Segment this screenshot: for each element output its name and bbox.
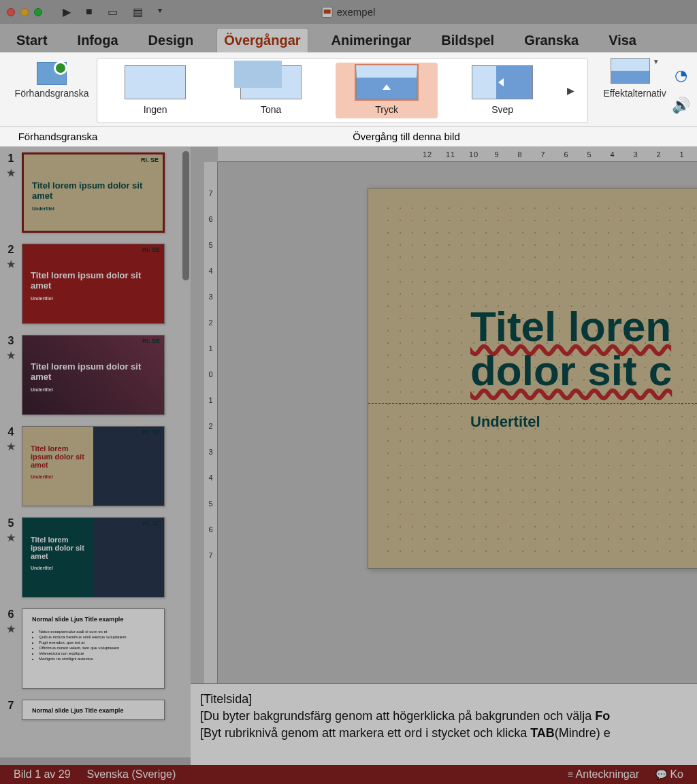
notes-toggle[interactable]: ≡ Anteckningar bbox=[568, 768, 639, 781]
ruler-tick: 1 bbox=[208, 344, 212, 353]
transition-none[interactable]: Ingen bbox=[104, 65, 206, 116]
bullet: Modignis ne similigni autectus bbox=[39, 657, 126, 661]
transition-wipe[interactable]: Svep bbox=[451, 65, 553, 116]
tab-visa[interactable]: Visa bbox=[602, 29, 643, 52]
window-minimize[interactable] bbox=[20, 8, 29, 16]
ruler-tick: 12 bbox=[417, 150, 438, 159]
duration-icon[interactable]: ◔ bbox=[675, 67, 687, 84]
preview-button[interactable] bbox=[37, 62, 67, 85]
thumb-number: 5 bbox=[8, 517, 14, 529]
thumb-number: 1 bbox=[8, 152, 14, 165]
ruler-tick: 2 bbox=[208, 318, 212, 327]
effect-options-button[interactable] bbox=[611, 58, 650, 84]
horizontal-ruler[interactable]: 12 11 10 9 8 7 6 5 4 3 2 1 bbox=[218, 147, 697, 162]
tab-animeringar[interactable]: Animeringar bbox=[325, 29, 419, 52]
transition-star-icon: ★ bbox=[7, 167, 16, 178]
status-slide-number[interactable]: Bild 1 av 29 bbox=[14, 768, 71, 781]
overflow-icon[interactable]: ▾ bbox=[158, 5, 162, 18]
ruler-tick: 5 bbox=[208, 241, 212, 249]
slide-title: Titel lorem ipsum dolor sit amet bbox=[31, 270, 164, 291]
ruler-tick: 2 bbox=[208, 422, 212, 430]
transition-fade[interactable]: Tona bbox=[220, 65, 322, 116]
thumb-number: 4 bbox=[8, 426, 14, 438]
sound-icon[interactable]: 🔊 bbox=[672, 97, 690, 114]
gallery-more-icon[interactable]: ▶ bbox=[567, 85, 581, 96]
transition-star-icon: ★ bbox=[7, 259, 16, 270]
slide-title-text[interactable]: Titel loren dolor sit c bbox=[470, 304, 672, 393]
tab-bildspel[interactable]: Bildspel bbox=[434, 29, 501, 52]
thumbnails-scrollbar[interactable] bbox=[182, 151, 189, 280]
notes-pane[interactable]: [Titelsida] [Du byter bakgrundsfärg geno… bbox=[191, 683, 697, 765]
ruler-tick: 4 bbox=[208, 474, 212, 482]
slide-logo: RI. SE bbox=[142, 521, 160, 526]
ruler-tick: 6 bbox=[208, 525, 212, 534]
slide-title: Titel lorem ipsum dolor sit amet bbox=[31, 536, 92, 560]
slide-logo: RI. SE bbox=[142, 247, 160, 252]
preview-label: Förhandsgranska bbox=[15, 88, 89, 99]
slide-thumb-1[interactable]: RI. SE Titel lorem ipsum dolor sit amet … bbox=[22, 152, 165, 233]
slide-thumb-2[interactable]: RI. SE Titel lorem ipsum dolor sit amet … bbox=[22, 244, 165, 324]
transition-fade-label: Tona bbox=[261, 104, 281, 115]
stop-icon[interactable]: ■ bbox=[86, 5, 93, 18]
slide-canvas[interactable]: Titel loren dolor sit c Undertitel bbox=[368, 188, 697, 569]
transition-star-icon: ★ bbox=[7, 350, 16, 361]
slide-sub: Undertitel bbox=[32, 206, 54, 211]
tab-granska[interactable]: Granska bbox=[517, 29, 585, 52]
comments-toggle[interactable]: 💬 Ko bbox=[655, 768, 683, 781]
transitions-group-caption: Övergång till denna bild bbox=[116, 131, 697, 142]
tab-infoga[interactable]: Infoga bbox=[71, 29, 125, 52]
vertical-ruler[interactable]: 7 6 5 4 3 2 1 0 1 2 3 4 5 6 7 bbox=[204, 162, 218, 757]
window-zoom[interactable] bbox=[34, 8, 42, 16]
notes-line: [Titelsida] bbox=[200, 691, 687, 708]
ruler-tick: 5 bbox=[579, 150, 600, 159]
slide-subtitle-text[interactable]: Undertitel bbox=[470, 413, 540, 431]
effect-options-dropdown-icon[interactable]: ▼ bbox=[653, 58, 660, 65]
center-guide bbox=[368, 403, 697, 404]
document-title: exempel bbox=[337, 6, 376, 18]
slide-thumb-6[interactable]: Normal slide Ljus Title example Natus ex… bbox=[22, 608, 165, 689]
slide-logo: RI. SE bbox=[142, 338, 160, 344]
ruler-tick: 7 bbox=[208, 189, 212, 197]
slide-sub: Undertitel bbox=[31, 387, 53, 392]
transition-push-label: Tryck bbox=[375, 104, 398, 115]
bullet: Natus excepternolor audi si cum es et bbox=[39, 630, 126, 634]
document-icon bbox=[322, 7, 333, 18]
thumb-number: 3 bbox=[8, 335, 14, 347]
thumb-number: 7 bbox=[8, 700, 14, 712]
present-icon[interactable]: ▭ bbox=[108, 5, 118, 18]
from-beginning-icon[interactable]: ▤ bbox=[133, 5, 143, 18]
transition-wipe-label: Svep bbox=[491, 104, 513, 115]
ruler-tick: 10 bbox=[463, 150, 485, 159]
bullet: Officimus corem velent, tem que voluptas… bbox=[39, 646, 126, 650]
ribbon-tabs: Start Infoga Design Övergångar Animering… bbox=[0, 24, 697, 52]
ruler-tick: 7 bbox=[208, 551, 212, 559]
slide-title: Titel lorem ipsum dolor sit amet bbox=[32, 180, 163, 201]
window-close[interactable] bbox=[7, 8, 15, 16]
thumb-number: 6 bbox=[8, 608, 14, 621]
ruler-tick: 2 bbox=[648, 150, 670, 159]
tab-design[interactable]: Design bbox=[142, 29, 201, 52]
ruler-tick: 6 bbox=[208, 215, 212, 223]
slide-thumb-3[interactable]: RI. SE Titel lorem ipsum dolor sit amet … bbox=[22, 335, 165, 415]
ruler-tick: 1 bbox=[671, 150, 693, 159]
ruler-tick: 5 bbox=[208, 500, 212, 508]
slide-sub: Undertitel bbox=[31, 474, 53, 479]
tab-overgangar[interactable]: Övergångar bbox=[216, 28, 308, 52]
tab-start[interactable]: Start bbox=[10, 29, 54, 52]
slide-title: Titel lorem ipsum dolor sit amet bbox=[31, 361, 164, 382]
ruler-tick: 3 bbox=[625, 150, 647, 159]
bullet: Fugit evendus, que est at bbox=[39, 640, 126, 644]
ruler-tick: 3 bbox=[208, 293, 212, 301]
slide-sub: Undertitel bbox=[31, 566, 53, 570]
slide-editor: 12 11 10 9 8 7 6 5 4 3 2 1 7 6 5 4 bbox=[191, 147, 697, 757]
transition-push[interactable]: Tryck bbox=[336, 63, 438, 118]
play-icon[interactable]: ▶ bbox=[63, 5, 71, 18]
slide-thumb-7[interactable]: Normal slide Ljus Title example bbox=[22, 700, 165, 720]
slide-thumb-5[interactable]: RI. SE Titel lorem ipsum dolor sit amet … bbox=[22, 517, 165, 598]
status-language[interactable]: Svenska (Sverige) bbox=[87, 768, 176, 781]
bullet: Quibus inctura heminus simil electus vol… bbox=[39, 635, 126, 639]
thumb-number: 2 bbox=[8, 244, 14, 256]
bullet: Velesectota con explique bbox=[39, 651, 126, 655]
title-line-2: dolor sit c bbox=[470, 347, 672, 394]
slide-thumb-4[interactable]: RI. SE Titel lorem ipsum dolor sit amet … bbox=[22, 426, 165, 506]
